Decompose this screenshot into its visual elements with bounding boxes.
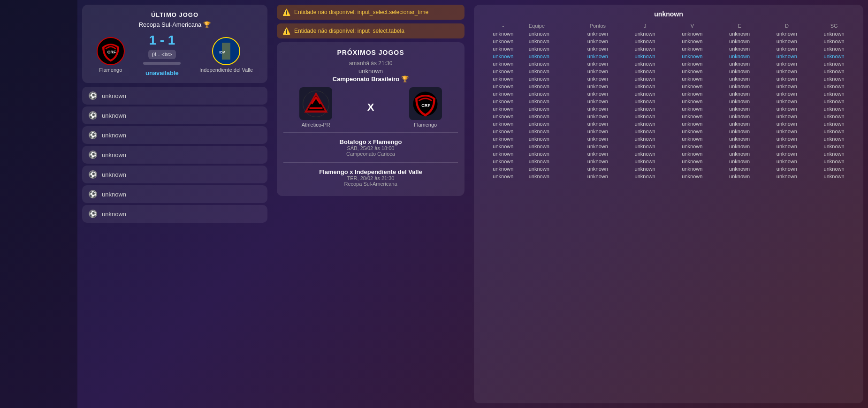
table-cell: unknown [716, 53, 763, 60]
table-cell: unknown [669, 53, 716, 60]
table-header-row: - Equipe Pontos J V E D SG [480, 22, 858, 30]
svg-text:IDV: IDV [220, 50, 225, 54]
table-cell: unknown [669, 38, 716, 45]
fixture-1-competition: Campeonato Carioca [283, 151, 458, 157]
table-cell: unknown [763, 83, 811, 90]
table-cell: unknown [527, 83, 574, 90]
valle-logo: IDV [212, 37, 240, 65]
last-game-title: ÚLTIMO JOGO [89, 11, 261, 18]
table-row: unknownunknownunknownunknownunknownunkno… [480, 90, 858, 98]
fixture-1-teams: Botafogo x Flamengo [283, 138, 458, 145]
table-cell: unknown [810, 158, 858, 165]
warning-icon-1: ⚠️ [282, 8, 290, 16]
trophy-icon: 🏆 [203, 21, 211, 28]
next-games-card: PRÓXIMOS JOGOS amanhã às 21:30 unknown C… [277, 42, 464, 196]
table-cell: unknown [621, 165, 669, 173]
table-cell: unknown [527, 53, 574, 60]
table-cell: unknown [810, 83, 858, 90]
table-cell: unknown [763, 98, 811, 105]
atletico-name: Athletico-PR [302, 122, 330, 128]
table-cell: unknown [810, 30, 858, 38]
table-cell: unknown [574, 113, 622, 120]
table-cell: unknown [810, 45, 858, 53]
nav-icon-1: ⚽ [89, 111, 97, 120]
nav-label-1: unknown [102, 112, 126, 119]
penalty-score: (4 - <br> [148, 50, 176, 59]
table-cell: unknown [716, 38, 763, 45]
nav-label-4: unknown [102, 171, 126, 178]
nav-icon-0: ⚽ [89, 91, 97, 100]
table-cell: unknown [527, 98, 574, 105]
table-cell: unknown [763, 105, 811, 113]
table-cell: unknown [527, 90, 574, 98]
next-match-team: unknown [283, 68, 458, 75]
nav-icon-4: ⚽ [89, 170, 97, 179]
nav-item-0[interactable]: ⚽ unknown [82, 87, 267, 105]
table-cell: unknown [763, 53, 811, 60]
table-cell: unknown [716, 120, 763, 128]
table-cell: unknown [669, 98, 716, 105]
right-panel: unknown - Equipe Pontos J V E D SG unkno [469, 0, 868, 408]
table-cell: unknown [669, 120, 716, 128]
table-cell: unknown [763, 158, 811, 165]
table-cell: unknown [669, 158, 716, 165]
table-cell: unknown [527, 113, 574, 120]
table-cell: unknown [621, 45, 669, 53]
table-cell: unknown [621, 98, 669, 105]
table-cell: unknown [763, 150, 811, 158]
table-cell: unknown [669, 30, 716, 38]
table-cell: unknown [810, 105, 858, 113]
trophy-icon-2: 🏆 [401, 76, 409, 83]
table-cell: unknown [621, 135, 669, 143]
table-cell: unknown [574, 45, 622, 53]
table-cell: unknown [574, 83, 622, 90]
table-cell: unknown [763, 38, 811, 45]
table-cell: unknown [574, 120, 622, 128]
nav-item-5[interactable]: ⚽ unknown [82, 185, 267, 203]
fixture-2: Flamengo x Independiente del Valle TER, … [283, 166, 458, 189]
next-games-title: PRÓXIMOS JOGOS [283, 49, 458, 56]
table-cell: unknown [480, 98, 527, 105]
table-cell: unknown [810, 150, 858, 158]
standings-title: unknown [480, 10, 858, 18]
table-cell: unknown [716, 150, 763, 158]
nav-item-3[interactable]: ⚽ unknown [82, 146, 267, 164]
table-cell: unknown [716, 60, 763, 68]
table-row: unknownunknownunknownunknownunknownunkno… [480, 165, 858, 173]
table-cell: unknown [669, 165, 716, 173]
table-cell: unknown [810, 98, 858, 105]
nav-icon-2: ⚽ [89, 131, 97, 139]
table-cell: unknown [527, 165, 574, 173]
nav-item-2[interactable]: ⚽ unknown [82, 126, 267, 144]
table-cell: unknown [669, 68, 716, 75]
col-sg: SG [810, 22, 858, 30]
table-cell: unknown [716, 75, 763, 83]
table-row: unknownunknownunknownunknownunknownunkno… [480, 143, 858, 150]
table-cell: unknown [810, 143, 858, 150]
next-match-time: amanhã às 21:30 [283, 60, 458, 67]
table-cell: unknown [716, 143, 763, 150]
table-cell: unknown [574, 158, 622, 165]
table-row: unknownunknownunknownunknownunknownunkno… [480, 173, 858, 180]
svg-text:CRF: CRF [107, 50, 116, 54]
table-cell: unknown [669, 45, 716, 53]
nav-item-6[interactable]: ⚽ unknown [82, 205, 267, 223]
nav-label-6: unknown [102, 211, 126, 218]
table-cell: unknown [763, 113, 811, 120]
nav-item-1[interactable]: ⚽ unknown [82, 106, 267, 124]
slider-bar[interactable] [143, 62, 181, 65]
table-cell: unknown [527, 45, 574, 53]
vs-text: X [367, 101, 374, 113]
next-match-tournament: Campeonato Brasileiro 🏆 [283, 76, 458, 83]
table-cell: unknown [621, 158, 669, 165]
table-cell: unknown [527, 143, 574, 150]
col-d: D [763, 22, 811, 30]
tournament-label: Recopa Sul-Americana [139, 21, 202, 28]
nav-item-4[interactable]: ⚽ unknown [82, 166, 267, 183]
table-cell: unknown [716, 98, 763, 105]
divider-1 [283, 132, 458, 133]
table-row: unknownunknownunknownunknownunknownunkno… [480, 128, 858, 135]
main-content: ÚLTIMO JOGO Recopa Sul-Americana 🏆 CRF [77, 0, 868, 408]
tournament-name: Recopa Sul-Americana 🏆 [89, 21, 261, 28]
table-cell: unknown [480, 105, 527, 113]
